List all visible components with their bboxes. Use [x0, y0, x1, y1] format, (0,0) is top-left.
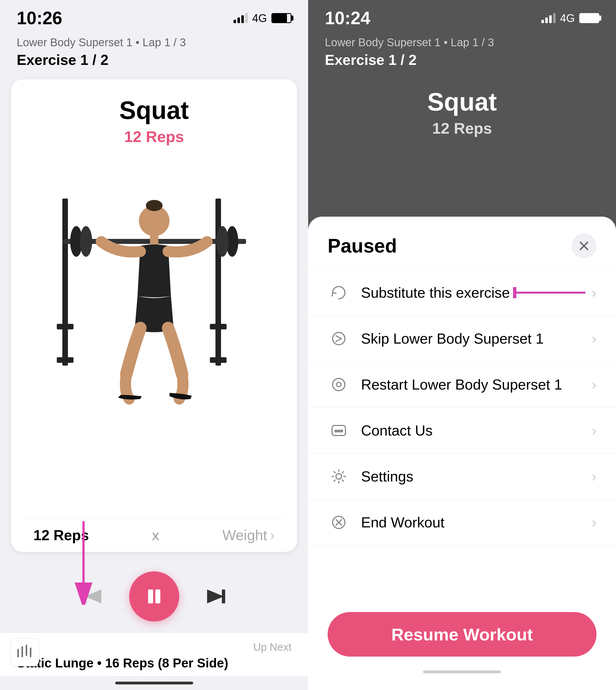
menu-label-restart: Restart Lower Body Superset 1 [361, 376, 586, 393]
workout-info-right: Lower Body Superset 1 • Lap 1 / 3 Exerci… [308, 30, 616, 71]
status-icons-left: 4G [234, 12, 291, 24]
exercise-name-left: Squat [119, 96, 189, 125]
sheet-title: Paused [328, 235, 397, 257]
close-button[interactable] [571, 233, 596, 258]
music-icon [17, 644, 34, 661]
svg-marker-15 [85, 589, 101, 603]
svg-point-31 [333, 332, 345, 345]
menu-item-end[interactable]: End Workout › [308, 499, 616, 545]
left-panel: 10:26 4G Lower Body Superset 1 • Lap 1 /… [0, 0, 308, 690]
svg-rect-4 [210, 324, 226, 329]
exercise-reps-right: 12 Reps [308, 119, 616, 137]
footer-x: x [152, 527, 159, 543]
network-label-left: 4G [252, 12, 267, 24]
signal-icon-right [542, 13, 556, 23]
menu-item-skip[interactable]: Skip Lower Body Superset 1 › [308, 316, 616, 362]
svg-point-38 [336, 474, 342, 479]
pause-icon [143, 585, 166, 608]
music-button[interactable] [11, 639, 39, 666]
signal-icon-left [234, 13, 248, 23]
svg-rect-19 [148, 589, 153, 603]
chevron-icon-contact: › [592, 422, 596, 439]
svg-point-10 [216, 226, 228, 257]
svg-point-37 [340, 430, 343, 432]
end-icon [328, 511, 350, 534]
time-left: 10:26 [17, 8, 62, 28]
svg-rect-22 [222, 589, 225, 603]
network-label-right: 4G [560, 12, 575, 24]
svg-point-35 [335, 430, 337, 432]
workout-info-left: Lower Body Superset 1 • Lap 1 / 3 Exerci… [0, 30, 308, 71]
resume-button-label: Resume Workout [391, 625, 533, 644]
svg-point-36 [338, 430, 340, 432]
close-icon [577, 239, 591, 253]
up-next-label: Up Next [17, 641, 291, 653]
chevron-icon-skip: › [592, 330, 596, 347]
skip-icon [328, 327, 350, 350]
up-next-section: Up Next Static Lunge • 16 Reps (8 Per Si… [0, 633, 308, 676]
svg-rect-0 [62, 198, 68, 366]
prev-button[interactable] [79, 583, 107, 610]
restart-icon [328, 373, 350, 396]
exercise-counter-right: Exercise 1 / 2 [325, 51, 599, 68]
menu-item-contact[interactable]: Contact Us › [308, 408, 616, 454]
exercise-image [54, 157, 255, 407]
next-button[interactable] [201, 583, 229, 610]
menu-item-settings[interactable]: Settings › [308, 454, 616, 499]
home-indicator-left [115, 682, 193, 685]
svg-point-33 [336, 382, 341, 387]
prev-icon [82, 585, 104, 608]
next-icon [204, 585, 226, 608]
svg-rect-20 [155, 589, 160, 603]
workout-subtitle-left: Lower Body Superset 1 • Lap 1 / 3 [17, 36, 291, 49]
menu-item-restart[interactable]: Restart Lower Body Superset 1 › [308, 362, 616, 408]
svg-rect-5 [210, 357, 226, 363]
status-bar-right: 10:24 4G [308, 0, 616, 30]
menu-item-substitute[interactable]: Substitute this exercise › [308, 270, 616, 316]
settings-icon [328, 465, 350, 488]
exercise-footer[interactable]: 12 Reps x Weight › [22, 518, 286, 552]
sheet-header: Paused [308, 231, 616, 270]
svg-rect-2 [57, 357, 73, 363]
menu-label-skip: Skip Lower Body Superset 1 [361, 330, 586, 347]
exercise-reps-left: 12 Reps [124, 128, 184, 146]
svg-rect-3 [216, 198, 221, 366]
svg-point-32 [333, 379, 345, 391]
chevron-icon-settings: › [592, 468, 596, 485]
svg-rect-1 [57, 324, 73, 329]
chevron-icon-end: › [592, 514, 596, 531]
menu-label-settings: Settings [361, 468, 586, 485]
chevron-icon-restart: › [592, 376, 596, 393]
battery-icon-right [579, 13, 599, 23]
time-right: 10:24 [325, 8, 371, 28]
pause-button[interactable] [129, 572, 179, 622]
footer-weight[interactable]: Weight › [222, 527, 275, 543]
svg-rect-16 [83, 589, 87, 603]
resume-workout-button[interactable]: Resume Workout [328, 612, 596, 656]
svg-point-8 [80, 226, 92, 257]
menu-label-end: End Workout [361, 514, 586, 531]
bottom-controls [0, 560, 308, 633]
exercise-counter-left: Exercise 1 / 2 [17, 51, 291, 68]
exercise-card: Squat 12 Reps [11, 79, 297, 552]
svg-marker-21 [207, 589, 224, 603]
svg-rect-14 [150, 235, 158, 246]
up-next-text: Static Lunge • 16 Reps (8 Per Side) [17, 655, 291, 670]
status-icons-right: 4G [542, 12, 599, 24]
battery-icon-left [271, 13, 291, 23]
menu-label-substitute: Substitute this exercise [361, 284, 586, 301]
status-bar-left: 10:26 4G [0, 0, 308, 30]
right-panel: 10:24 4G Lower Body Superset 1 • Lap 1 /… [308, 0, 616, 690]
workout-subtitle-right: Lower Body Superset 1 • Lap 1 / 3 [325, 36, 599, 49]
chevron-icon-substitute: › [592, 284, 596, 301]
substitute-icon [328, 281, 350, 304]
menu-label-contact: Contact Us [361, 422, 586, 439]
squat-figure-svg [54, 157, 255, 407]
footer-arrow-icon: › [270, 527, 275, 543]
exercise-name-right: Squat [308, 71, 616, 119]
footer-reps: 12 Reps [34, 527, 89, 543]
right-bg-header: 10:24 4G Lower Body Superset 1 • Lap 1 /… [308, 0, 616, 251]
home-indicator-right [423, 670, 501, 673]
contact-icon [328, 419, 350, 441]
paused-sheet: Paused Substitute this exercise [308, 217, 616, 690]
